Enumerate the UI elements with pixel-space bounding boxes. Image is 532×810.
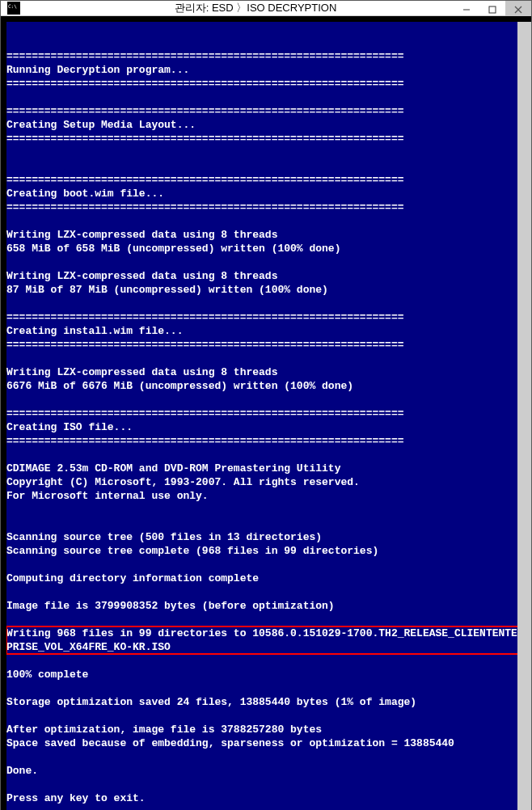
console-line bbox=[6, 297, 526, 310]
console-area: ========================================… bbox=[1, 16, 531, 810]
console-line: Creating boot.wim file... bbox=[6, 187, 526, 200]
console-line: ========================================… bbox=[6, 173, 526, 187]
console-line: Copyright (C) Microsoft, 1993-2007. All … bbox=[6, 475, 526, 489]
svg-rect-1 bbox=[489, 6, 496, 13]
console-line bbox=[6, 517, 526, 530]
console-line bbox=[6, 159, 526, 173]
console-line: ========================================… bbox=[6, 132, 526, 146]
console-line bbox=[6, 146, 526, 159]
console-line: Scanning source tree (500 files in 13 di… bbox=[6, 530, 526, 544]
console-line: 6676 MiB of 6676 MiB (uncompressed) writ… bbox=[6, 379, 526, 393]
console-line bbox=[6, 91, 526, 104]
console-line: Space saved because of embedding, sparse… bbox=[6, 736, 526, 750]
console-line: ========================================… bbox=[6, 200, 526, 214]
console-line: ========================================… bbox=[6, 49, 526, 63]
console-window: 관리자: ESD 〉ISO DECRYPTION ===============… bbox=[0, 0, 532, 810]
console-line: ========================================… bbox=[6, 77, 526, 91]
console-line: Press any key to exit. bbox=[6, 791, 526, 805]
console-line: Writing LZX-compressed data using 8 thre… bbox=[6, 365, 526, 379]
console-line: For Microsoft internal use only. bbox=[6, 489, 526, 503]
console-line: Creating install.wim file... bbox=[6, 324, 526, 338]
console-line: 658 MiB of 658 MiB (uncompressed) writte… bbox=[6, 242, 526, 255]
console-line: Computing directory information complete bbox=[6, 572, 526, 585]
highlighted-output-line: Writing 968 files in 99 directories to 1… bbox=[6, 626, 526, 654]
scrollbar[interactable] bbox=[517, 22, 531, 810]
titlebar: 관리자: ESD 〉ISO DECRYPTION bbox=[1, 1, 531, 16]
scrollbar-thumb[interactable] bbox=[517, 22, 531, 810]
console-line bbox=[6, 503, 526, 517]
console-line: Running Decryption program... bbox=[6, 63, 526, 77]
console-line: ========================================… bbox=[6, 310, 526, 324]
console-line: 87 MiB of 87 MiB (uncompressed) written … bbox=[6, 283, 526, 297]
console-line bbox=[6, 778, 526, 791]
console-line bbox=[6, 448, 526, 462]
console-line: Creating Setup Media Layout... bbox=[6, 118, 526, 132]
console-line: Creating ISO file... bbox=[6, 420, 526, 434]
console-line: Writing LZX-compressed data using 8 thre… bbox=[6, 269, 526, 283]
console-line: ========================================… bbox=[6, 338, 526, 352]
console-line: 100% complete bbox=[6, 668, 526, 681]
console-line bbox=[6, 613, 526, 626]
console-line: ========================================… bbox=[6, 104, 526, 118]
console-line bbox=[6, 393, 526, 407]
cmd-icon bbox=[7, 2, 20, 15]
console-line: Scanning source tree complete (968 files… bbox=[6, 544, 526, 558]
console-line bbox=[6, 255, 526, 269]
console-line bbox=[6, 654, 526, 668]
console-line bbox=[6, 805, 526, 810]
console-line: Storage optimization saved 24 files, 138… bbox=[6, 695, 526, 709]
console-line: Writing LZX-compressed data using 8 thre… bbox=[6, 228, 526, 242]
console-line: Image file is 3799908352 bytes (before o… bbox=[6, 599, 526, 613]
console-line: ========================================… bbox=[6, 407, 526, 420]
console-line bbox=[6, 22, 526, 36]
console-line bbox=[6, 585, 526, 599]
console-line bbox=[6, 36, 526, 49]
console-line bbox=[6, 750, 526, 764]
console-line bbox=[6, 352, 526, 365]
console-line: After optimization, image file is 378825… bbox=[6, 723, 526, 736]
console-line: ========================================… bbox=[6, 434, 526, 448]
console-line bbox=[6, 214, 526, 228]
console-output: ========================================… bbox=[6, 22, 526, 810]
console-line bbox=[6, 709, 526, 723]
console-line bbox=[6, 681, 526, 695]
console-line bbox=[6, 558, 526, 572]
console-line: CDIMAGE 2.53m CD-ROM and DVD-ROM Premast… bbox=[6, 462, 526, 475]
console-line: Done. bbox=[6, 764, 526, 778]
